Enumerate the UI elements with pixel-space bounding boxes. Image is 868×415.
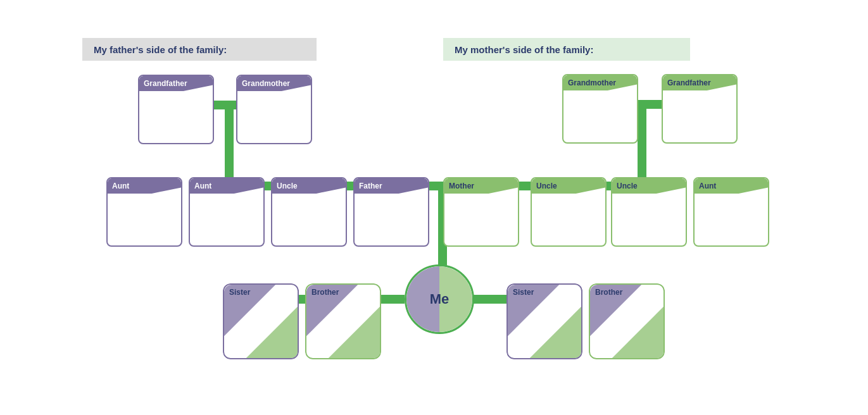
grandfather-father-label: Grandfather xyxy=(139,76,213,91)
mother-banner-text: My mother's side of the family: xyxy=(455,44,593,55)
me-circle: Me xyxy=(405,264,474,334)
card-aunt-2: Aunt xyxy=(189,177,265,247)
card-sister-right: Sister xyxy=(506,283,582,359)
sister-right-green-half xyxy=(530,307,581,358)
mother-label: Mother xyxy=(444,178,518,194)
card-grandmother-mother: Grandmother xyxy=(562,74,638,144)
card-grandfather-father: Grandfather xyxy=(138,75,214,144)
card-brother-right: Brother xyxy=(589,283,665,359)
card-uncle-mother-side-1: Uncle xyxy=(531,177,607,247)
sister-left-green-half xyxy=(246,307,298,358)
card-grandmother-father: Grandmother xyxy=(236,75,312,144)
family-tree-page: My father's side of the family: My mothe… xyxy=(0,0,868,415)
brother-right-green-half xyxy=(612,307,664,358)
uncle-mother-side-1-label: Uncle xyxy=(532,178,605,194)
brother-left-label: Brother xyxy=(311,288,339,297)
card-aunt-1: Aunt xyxy=(106,177,182,247)
grandmother-mother-label: Grandmother xyxy=(563,75,637,90)
card-brother-left: Brother xyxy=(305,283,381,359)
conn-grandparents-mother-v xyxy=(638,100,646,185)
grandmother-father-label: Grandmother xyxy=(237,76,311,91)
sister-right-label: Sister xyxy=(513,288,534,297)
card-uncle-father-side: Uncle xyxy=(271,177,347,247)
card-aunt-mother-side: Aunt xyxy=(693,177,769,247)
conn-grandparents-father-v xyxy=(225,101,234,186)
father-label: Father xyxy=(355,178,428,194)
card-sister-left: Sister xyxy=(223,283,299,359)
father-side-banner: My father's side of the family: xyxy=(82,38,317,61)
brother-left-green-half xyxy=(329,307,380,358)
uncle-father-side-label: Uncle xyxy=(272,178,346,194)
grandfather-mother-label: Grandfather xyxy=(663,75,736,90)
card-grandfather-mother: Grandfather xyxy=(662,74,738,144)
me-label: Me xyxy=(430,291,450,307)
card-father: Father xyxy=(353,177,429,247)
sister-left-label: Sister xyxy=(229,288,250,297)
father-banner-text: My father's side of the family: xyxy=(94,44,227,55)
aunt-1-label: Aunt xyxy=(108,178,181,194)
mother-side-banner: My mother's side of the family: xyxy=(443,38,690,61)
aunt-mother-side-label: Aunt xyxy=(695,178,768,194)
card-mother: Mother xyxy=(443,177,519,247)
brother-right-label: Brother xyxy=(595,288,622,297)
card-uncle-mother-side-2: Uncle xyxy=(611,177,687,247)
aunt-2-label: Aunt xyxy=(190,178,263,194)
uncle-mother-side-2-label: Uncle xyxy=(612,178,686,194)
